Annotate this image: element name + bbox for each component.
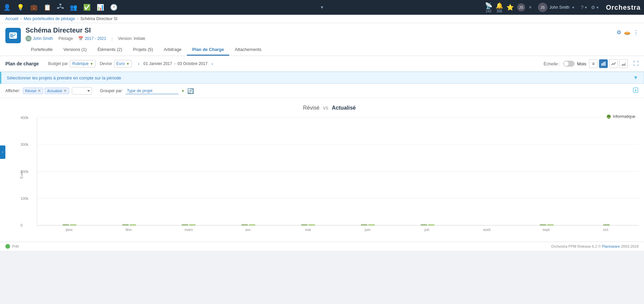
user-avatar: JS [538,3,547,12]
breadcrumb-portfolios[interactable]: Mes portefeuilles de pilotage [24,16,75,21]
chart-title-vs: vs [323,105,328,111]
x-label-août: août [457,228,517,232]
star-icon[interactable]: ⭐ [506,4,514,11]
app-brand: Orchestra [606,4,641,11]
footer-copyright: Orchestra PPM Release 6.2 © [551,244,601,248]
refresh-button[interactable]: 🔄 [187,88,194,94]
footer-planisware[interactable]: Planisware [602,244,620,248]
bar-revised-janv. [62,225,69,225]
meta-user-name: John Smith [33,36,53,41]
bar-updated-juil. [428,225,435,225]
bar-revised-oct. [603,225,610,225]
export-button[interactable] [633,87,639,95]
project-selector-close-button[interactable]: ▼ [633,75,638,81]
filter-bar: Afficher: Révisé ✕ Actualisé ✕ Grouper p… [0,84,644,98]
chart-area: Révisé vs Actualisé Euro Informatique 40… [0,98,644,242]
echelle-label: Échelle : [544,61,560,66]
meta-date-range: 2017 - 2021 [85,36,106,41]
chart-x-labels: janv.févr.marsavr.maijuinjuil.aoûtsept.o… [37,226,639,232]
nav-people-icon[interactable]: 👥 [70,4,77,11]
devise-select-arrow: ▼ [126,62,130,66]
tab-versions[interactable]: Versions (1) [58,44,92,56]
bar-updated-juin [368,225,375,225]
svg-rect-0 [59,4,61,5]
budget-label: Budget par [48,61,68,66]
filter-tag-actualise-remove[interactable]: ✕ [63,88,67,93]
user-menu[interactable]: JS John Smith ▼ [535,1,578,13]
status-indicator [5,244,10,249]
filter-tag-actualise: Actualisé ✕ [45,87,69,94]
tab-plan-de-charge[interactable]: Plan de Charge [187,44,230,56]
tab-elements[interactable]: Éléments (2) [92,44,128,56]
tab-attachements[interactable]: Attachements [229,44,267,56]
echelle-toggle[interactable] [563,61,575,67]
expand-button[interactable]: ⛶ [633,61,639,67]
rss-notification[interactable]: 📡 242 [485,2,492,13]
area-chart-view-button[interactable] [619,59,628,68]
help-button[interactable]: ? ▼ [581,5,588,10]
list-view-button[interactable]: ≡ [589,59,598,68]
more-options-button[interactable]: ⋮ [633,29,639,36]
nav-chart-icon[interactable]: 📊 [97,4,104,11]
bar-revised-juil. [420,225,427,225]
footer-left: Prêt [5,244,19,249]
period-next-button[interactable]: › [209,60,215,67]
month-group-mai [279,225,338,225]
project-selector-link[interactable]: Sélectionner les projets à prendre en co… [7,75,121,80]
user-name: John Smith [549,5,569,10]
breadcrumb-sep-1: › [20,16,22,21]
afficher-label: Afficher: [5,88,20,93]
bar-revised-mai [301,225,308,225]
nav-idea-icon[interactable]: 💡 [17,4,24,11]
avatar-placeholder[interactable]: JS [517,3,525,11]
svg-rect-9 [601,63,602,66]
chart-title-revised: Révisé [303,105,319,111]
chart-inner: Informatique 400k 300k 200k 100k [37,118,639,232]
chart-container: Euro Informatique 400k 300k [20,118,639,232]
line-chart-view-button[interactable] [609,59,618,68]
month-group-juin [338,225,397,225]
bell-notification[interactable]: 🔔 306 [496,2,503,13]
afficher-dropdown[interactable] [72,87,92,95]
month-group-févr. [100,225,159,225]
page-meta: JS John Smith Pilotage 📅 2017 - 2021 | V… [26,36,616,42]
x-label-mars: mars [159,228,218,232]
nav-hierarchy-icon[interactable] [57,4,64,11]
meta-user[interactable]: JS John Smith [26,36,53,42]
chart-grid: 400k 300k 200k 100k 0 [37,118,639,226]
close-icon[interactable]: ✕ [529,5,532,10]
breadcrumb-home[interactable]: Accueil [5,16,18,21]
nav-clipboard-icon[interactable]: 📋 [44,4,51,11]
settings-page-button[interactable]: ⚙ [616,29,621,36]
bar-updated-mars [189,225,196,225]
x-label-juin: juin [338,228,398,232]
nav-collapse-btn[interactable]: ▼ [320,5,324,10]
nav-briefcase-icon[interactable]: 💼 [30,4,38,11]
devise-select[interactable]: Euro ▼ [114,60,132,67]
breadcrumb: Accueil › Mes portefeuilles de pilotage … [0,15,644,23]
x-label-sept.: sept. [517,228,577,232]
tab-portefeuille[interactable]: Portefeuille [26,44,58,56]
project-selector-banner: Sélectionner les projets à prendre en co… [0,72,644,84]
budget-select[interactable]: Rubrique ▼ [70,60,96,67]
nav-user-icon[interactable]: 👤 [3,4,11,11]
tab-arbitrage[interactable]: Arbitrage [158,44,187,56]
footer: Prêt Orchestra PPM Release 6.2 © Planisw… [0,242,644,251]
plan-bar-title: Plan de charge [5,61,39,66]
period-prev-button[interactable]: ‹ [136,60,142,67]
grouper-input[interactable] [126,88,179,94]
tab-projets[interactable]: Projets (5) [128,44,158,56]
sidebar-toggle-button[interactable]: › [0,145,5,159]
chart-page-button[interactable]: 🥧 [624,29,631,36]
settings-button[interactable]: ⚙ ▼ [591,5,599,10]
bar-revised-juin [361,225,367,225]
view-icons: ≡ [589,59,628,68]
nav-clock-icon[interactable]: 🕐 [110,4,117,11]
filter-tag-revise: Révisé ✕ [23,87,44,94]
footer-right: Orchestra PPM Release 6.2 © Planisware 2… [551,244,639,248]
period-end: 03 Octobre 2017 [178,61,207,66]
bar-chart-view-button[interactable] [599,59,608,68]
afficher-group: Afficher: Révisé ✕ Actualisé ✕ [5,87,92,95]
filter-tag-revise-remove[interactable]: ✕ [38,88,41,93]
nav-check-icon[interactable]: ✅ [83,4,91,11]
